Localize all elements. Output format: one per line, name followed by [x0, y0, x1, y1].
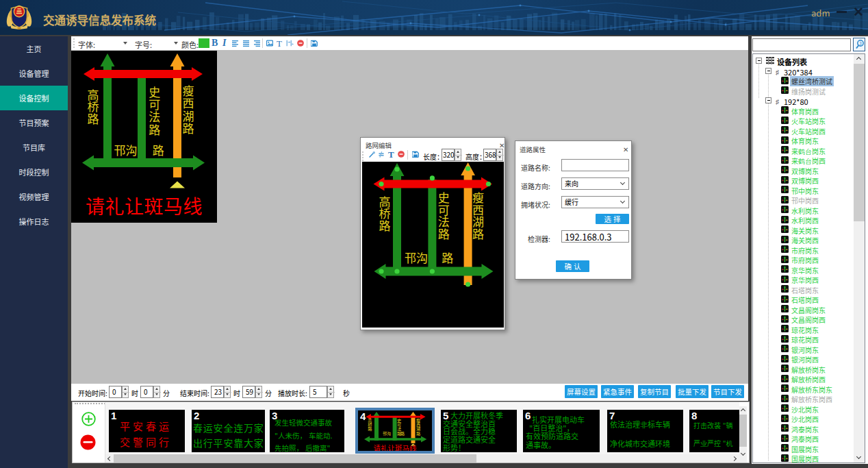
svg-text:路: 路	[379, 217, 391, 234]
svg-text:邗: 邗	[114, 141, 126, 158]
svg-text:沟: 沟	[126, 141, 138, 158]
svg-text:请礼让斑马线: 请礼让斑马线	[374, 443, 417, 452]
svg-text:路: 路	[400, 430, 405, 436]
svg-text:路: 路	[438, 225, 450, 242]
svg-text:路: 路	[149, 121, 160, 138]
svg-text:邗: 邗	[405, 249, 416, 266]
svg-text:路: 路	[153, 141, 164, 158]
svg-text:路: 路	[442, 249, 453, 266]
svg-text:路: 路	[88, 110, 99, 127]
svg-text:路: 路	[368, 426, 372, 432]
svg-text:3: 3	[859, 40, 862, 47]
svg-text:请礼让斑马线: 请礼让斑马线	[86, 192, 203, 219]
svg-text:路: 路	[416, 430, 421, 436]
svg-text:邗沟: 邗沟	[383, 430, 391, 436]
svg-text:沟: 沟	[416, 249, 428, 266]
svg-text:路: 路	[183, 119, 194, 136]
svg-text:路: 路	[472, 225, 484, 242]
